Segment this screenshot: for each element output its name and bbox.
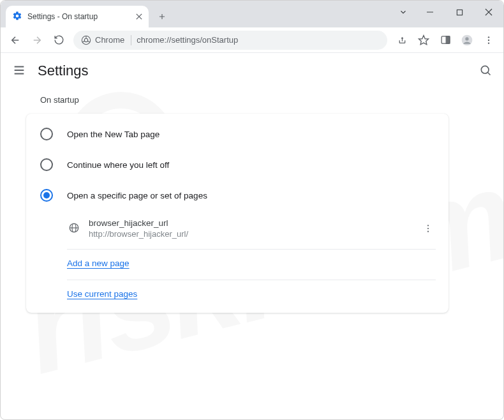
close-window-button[interactable] xyxy=(474,1,503,24)
svg-rect-20 xyxy=(446,36,450,43)
svg-point-23 xyxy=(488,36,489,38)
radio-icon xyxy=(40,189,53,202)
radio-open-new-tab[interactable]: Open the New Tab page xyxy=(26,119,448,149)
menu-icon[interactable] xyxy=(12,63,26,79)
startup-page-name: browser_hijacker_url xyxy=(89,218,409,228)
radio-specific-pages[interactable]: Open a specific page or set of pages xyxy=(26,180,448,211)
radio-label: Open the New Tab page xyxy=(67,130,159,139)
page-entry-menu-button[interactable] xyxy=(418,218,438,239)
tab-title: Settings - On startup xyxy=(27,12,131,21)
svg-line-15 xyxy=(87,41,89,42)
search-settings-button[interactable] xyxy=(479,64,492,79)
gear-icon xyxy=(12,11,22,23)
page-title: Settings xyxy=(38,63,89,79)
radio-label: Continue where you left off xyxy=(67,160,169,170)
url-text: chrome://settings/onStartup xyxy=(137,35,380,45)
forward-button[interactable] xyxy=(27,31,47,50)
tab-active[interactable]: Settings - On startup xyxy=(6,6,149,27)
origin-label: Chrome xyxy=(95,35,124,45)
svg-point-13 xyxy=(84,38,87,41)
new-tab-button[interactable] xyxy=(152,7,172,26)
side-panel-button[interactable] xyxy=(436,31,455,50)
svg-point-22 xyxy=(465,37,468,40)
svg-marker-18 xyxy=(419,35,429,44)
close-tab-button[interactable] xyxy=(136,12,142,22)
radio-icon xyxy=(40,158,53,171)
maximize-button[interactable] xyxy=(445,1,474,24)
browser-toolbar: Chrome chrome://settings/onStartup xyxy=(1,27,503,53)
profile-button[interactable] xyxy=(457,31,477,50)
reload-button[interactable] xyxy=(49,31,68,50)
svg-point-35 xyxy=(427,228,429,229)
back-button[interactable] xyxy=(6,31,25,50)
svg-point-34 xyxy=(427,225,429,226)
browser-menu-button[interactable] xyxy=(479,31,498,50)
bookmark-button[interactable] xyxy=(414,31,433,50)
window-controls xyxy=(391,1,503,24)
svg-point-29 xyxy=(481,66,489,73)
globe-icon xyxy=(68,222,80,236)
svg-point-25 xyxy=(488,42,489,43)
svg-point-24 xyxy=(488,39,489,40)
share-button[interactable] xyxy=(392,31,411,50)
address-bar[interactable]: Chrome chrome://settings/onStartup xyxy=(73,31,387,50)
startup-card: Open the New Tab page Continue where you… xyxy=(26,114,448,313)
startup-page-url: http://browser_hijacker_url/ xyxy=(89,229,409,239)
add-new-page-link[interactable]: Add a new page xyxy=(67,259,130,268)
chrome-logo-icon xyxy=(81,35,91,45)
radio-label: Open a specific page or set of pages xyxy=(67,191,207,200)
radio-continue[interactable]: Continue where you left off xyxy=(26,149,448,180)
tab-search-button[interactable] xyxy=(391,1,415,24)
svg-line-16 xyxy=(82,41,84,42)
section-title-on-startup: On startup xyxy=(26,95,478,105)
minimize-button[interactable] xyxy=(415,1,445,24)
radio-icon xyxy=(40,128,53,140)
site-info-button[interactable]: Chrome xyxy=(81,35,131,45)
settings-page: Settings On startup Open the New Tab pag… xyxy=(1,53,503,419)
use-current-pages-link[interactable]: Use current pages xyxy=(67,289,137,299)
svg-point-36 xyxy=(427,231,429,232)
svg-rect-3 xyxy=(457,10,462,15)
svg-line-30 xyxy=(488,72,491,75)
startup-page-entry: browser_hijacker_url http://browser_hija… xyxy=(67,211,436,246)
